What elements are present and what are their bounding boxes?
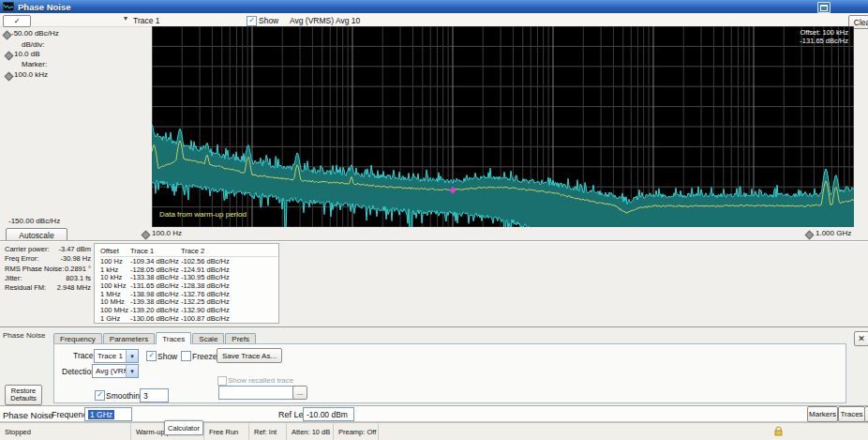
offset-table-cell: -139.20 dBc/Hz: [130, 306, 181, 314]
trace-dropdown-value: Trace 1: [95, 350, 126, 362]
show-checkbox-label: Show: [157, 352, 177, 361]
save-trace-as-button[interactable]: Save Trace As...: [217, 348, 282, 363]
ref-lev-input[interactable]: -10.00 dBm: [303, 407, 354, 421]
status-cells: StoppedWarm-up periodFree RunRef: IntAtt…: [0, 423, 868, 440]
offset-table-cell: -132.90 dBc/Hz: [181, 306, 278, 314]
smoothing-checkbox[interactable]: ✓: [95, 390, 105, 401]
show-trace-checkbox[interactable]: ✓: [247, 16, 257, 26]
offset-table-cell: -109.34 dBc/Hz: [130, 257, 181, 266]
trace-field-label: Trace:: [73, 351, 96, 360]
offset-table-cell: 10 kHz: [100, 273, 130, 281]
offset-table-cell: -124.91 dBc/Hz: [181, 266, 278, 274]
phase-noise-window: Phase Noise ✓ ▾ Trace 1 ✓ Show Avg (VRMS…: [0, 0, 868, 440]
freeze-checkbox[interactable]: [181, 351, 191, 361]
metric-value: -3.47 dBm: [58, 245, 91, 254]
apply-check-button[interactable]: ✓: [3, 15, 31, 27]
phase-noise-chart[interactable]: [152, 26, 854, 227]
offset-table-cell: 100 MHz: [100, 306, 130, 314]
status-bar: StoppedWarm-up periodFree RunRef: IntAtt…: [0, 422, 868, 440]
spin-diamond-icon[interactable]: [142, 231, 151, 240]
smoothing-value-field[interactable]: 3: [140, 388, 169, 402]
offset-table-row: 100 MHz-139.20 dBc/Hz-132.90 dBc/Hz: [100, 306, 278, 314]
frequency-input[interactable]: 1 GHz: [84, 407, 132, 421]
show-recalled-trace-checkbox[interactable]: [217, 376, 227, 386]
chevron-down-icon[interactable]: ▾: [126, 365, 138, 377]
offset-table-cell: -130.06 dBc/Hz: [130, 314, 181, 323]
restore-window-button[interactable]: [817, 2, 831, 13]
offset-table-row: 10 kHz-133.38 dBc/Hz-130.95 dBc/Hz: [100, 273, 278, 281]
window-title: Phase Noise: [18, 2, 71, 12]
spin-diamond-icon[interactable]: [3, 31, 12, 40]
metric-value: -30.98 Hz: [60, 254, 91, 264]
offset-table-header-cell: Trace 2: [181, 247, 278, 255]
freqbar-app-label: Phase Noise: [3, 410, 53, 420]
close-button[interactable]: ✕: [854, 331, 868, 346]
status-free-run: Free Run: [204, 423, 249, 440]
app-icon: [3, 2, 14, 11]
offset-table-cell: -128.05 dBc/Hz: [130, 266, 181, 274]
trace-selector[interactable]: Trace 1: [133, 16, 160, 25]
x-axis-start-value[interactable]: 100.0 Hz: [152, 229, 182, 237]
y-axis-top-value[interactable]: -50.00 dBc/Hz: [11, 29, 59, 38]
tab-traces[interactable]: Traces: [156, 332, 191, 344]
offset-table-header-cell: Offset: [100, 247, 130, 255]
chevron-down-icon[interactable]: ▾: [126, 350, 138, 362]
metric-value: 2.948 MHz: [57, 283, 91, 293]
detection-dropdown-value: Avg (VRMS): [93, 365, 126, 377]
marker-frequency-value[interactable]: 100.0 kHz: [14, 70, 48, 79]
chevron-down-icon[interactable]: ▾: [124, 14, 127, 23]
marker-label: Marker:: [22, 60, 47, 68]
metric-row: Carrier power:-3.47 dBm: [5, 245, 91, 254]
offset-table-cell: -102.56 dBc/Hz: [181, 257, 278, 266]
show-recalled-trace-label: Show recalled trace: [228, 376, 293, 385]
lock-icon: [774, 426, 783, 436]
traces-tab-content: Trace: Trace 1 ▾ ✓ Show Freeze Save Trac…: [53, 343, 846, 403]
splitter-button[interactable]: ⋮: [864, 406, 868, 422]
browse-button[interactable]: ...: [292, 386, 307, 400]
offset-table-cell: -130.95 dBc/Hz: [181, 273, 278, 281]
offset-table-cell: 100 Hz: [100, 257, 130, 266]
db-per-div-value[interactable]: 10.0 dB: [14, 50, 40, 58]
plot-area[interactable]: Offset: 100 kHz -131.65 dBc/Hz Data from…: [152, 26, 854, 227]
status-ref-int: Ref: Int: [249, 423, 287, 440]
offset-table-cell: 10 MHz: [100, 297, 130, 306]
restore-icon: [820, 5, 828, 11]
metric-label: Carrier power:: [5, 245, 50, 254]
db-per-div-label: dB/div:: [22, 40, 44, 49]
spin-diamond-icon[interactable]: [805, 231, 815, 240]
offset-table-cell: 1 kHz: [100, 266, 130, 274]
offset-table-cell: -132.76 dBc/Hz: [181, 290, 278, 298]
calculator-window[interactable]: Calculator: [164, 420, 203, 435]
toolbar: [0, 13, 868, 27]
y-axis-bottom-value[interactable]: -150.00 dBc/Hz: [8, 217, 60, 225]
traces-button[interactable]: Traces: [838, 406, 865, 422]
show-checkbox[interactable]: ✓: [146, 351, 157, 361]
metric-label: Residual FM:: [5, 283, 46, 293]
markers-button[interactable]: Markers: [807, 406, 838, 422]
metric-row: RMS Phase Noise:0.2891 °: [5, 265, 91, 274]
status-empty: [379, 423, 868, 440]
metric-row: Jitter:803.1 fs: [5, 274, 91, 283]
recalled-trace-path-field[interactable]: [218, 386, 294, 400]
avg-status-text: Avg (VRMS) Avg 10: [290, 16, 360, 25]
status-stopped: Stopped: [0, 423, 131, 440]
metric-label: Jitter:: [5, 274, 22, 283]
title-bar[interactable]: Phase Noise: [0, 0, 868, 13]
offset-table-row: 1 kHz-128.05 dBc/Hz-124.91 dBc/Hz: [100, 266, 278, 274]
offset-table-cell: 100 kHz: [100, 281, 130, 290]
spin-diamond-icon[interactable]: [5, 52, 14, 61]
marker-readout: Offset: 100 kHz -131.65 dBc/Hz: [800, 29, 848, 45]
restore-defaults-button[interactable]: Restore Defaults: [5, 385, 42, 405]
metric-value: 803.1 fs: [66, 274, 91, 283]
divider: [0, 240, 868, 242]
offset-table-cell: -133.38 dBc/Hz: [130, 273, 181, 281]
status-atten-10-db: Atten: 10 dB: [287, 423, 334, 440]
spin-diamond-icon[interactable]: [5, 72, 14, 82]
offset-table-cell: 1 GHz: [100, 314, 130, 323]
offset-table-row: 1 GHz-130.06 dBc/Hz-100.87 dBc/Hz: [100, 314, 278, 323]
x-axis-stop-value[interactable]: 1.000 GHz: [816, 229, 851, 237]
detection-dropdown[interactable]: Avg (VRMS) ▾: [92, 364, 139, 378]
metric-label: RMS Phase Noise:: [5, 265, 64, 274]
trace-dropdown[interactable]: Trace 1 ▾: [94, 349, 139, 363]
config-panel-title: Phase Noise: [3, 331, 45, 340]
